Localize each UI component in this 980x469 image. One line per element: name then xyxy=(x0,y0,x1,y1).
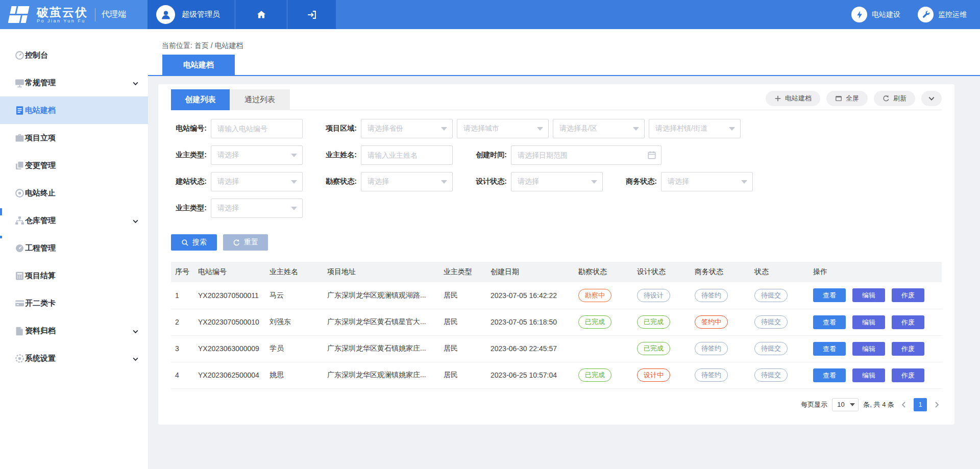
toolbar-more-button[interactable] xyxy=(921,91,942,106)
sidebar-item-系统设置[interactable]: 系统设置 xyxy=(0,344,148,372)
filter-row-2: 业主类型:请选择业主姓名:创建时间: xyxy=(171,145,942,165)
status-badge: 待签约 xyxy=(695,368,728,382)
sidebar-item-电站建档[interactable]: 电站建档 xyxy=(0,96,148,124)
status-badge: 待设计 xyxy=(637,289,670,302)
region-select-2[interactable]: 请选择城市 xyxy=(457,119,549,138)
edit-button[interactable]: 编辑 xyxy=(852,368,885,382)
row-actions: 查看编辑作废 xyxy=(809,362,942,388)
topnav-item-monitor[interactable]: 监控运维 xyxy=(918,7,967,22)
status-badge: 设计中 xyxy=(637,368,670,382)
survey-status-cell: 已完成 xyxy=(574,309,633,335)
table-row: 3YX2023063000009学员广东深圳龙华区黄石镇姚家庄...居民2023… xyxy=(171,335,942,362)
sidebar-item-电站终止[interactable]: 电站终止 xyxy=(0,179,148,207)
sidebar-item-工程管理[interactable]: 工程管理 xyxy=(0,234,148,262)
tab-created-list[interactable]: 创建列表 xyxy=(171,89,230,110)
owner-name-input[interactable] xyxy=(361,145,453,165)
design-status-select[interactable]: 请选择 xyxy=(511,172,603,191)
sidebar-item-项目结算[interactable]: 项目结算 xyxy=(0,262,148,289)
view-button[interactable]: 查看 xyxy=(813,342,846,356)
select-placeholder: 请选择城市 xyxy=(457,124,505,133)
toolbar-button-刷新[interactable]: 刷新 xyxy=(874,91,915,106)
view-button[interactable]: 查看 xyxy=(813,288,846,302)
sidebar-item-变更管理[interactable]: 变更管理 xyxy=(0,152,148,179)
view-button[interactable]: 查看 xyxy=(813,315,846,329)
row-index: 4 xyxy=(171,362,194,388)
settings-icon xyxy=(14,353,25,364)
region-select-3[interactable]: 请选择县/区 xyxy=(553,119,645,138)
sidebar-item-开二类卡[interactable]: 开二类卡 xyxy=(0,289,148,317)
reset-button[interactable]: 重置 xyxy=(223,234,268,251)
build-status-select[interactable]: 请选择 xyxy=(211,172,303,191)
region-select-1[interactable]: 请选择省份 xyxy=(361,119,453,138)
design-status-cell: 已完成 xyxy=(633,309,691,335)
select-placeholder: 请选择村镇/街道 xyxy=(649,124,714,133)
scrollbar-mark[interactable] xyxy=(0,208,2,215)
survey-status-cell xyxy=(574,335,633,362)
brand-portal-label: 代理端 xyxy=(102,9,126,20)
toolbar-button-电站建档[interactable]: 电站建档 xyxy=(766,91,820,106)
survey-status-select[interactable]: 请选择 xyxy=(361,172,453,191)
void-button[interactable]: 作废 xyxy=(892,342,924,356)
sidebar-item-资料归档[interactable]: 资料归档 xyxy=(0,317,148,344)
void-button[interactable]: 作废 xyxy=(892,315,924,329)
main-content: 当前位置: 首页 / 电站建档 电站建档 创建列表通过列表 电站建档全屏刷新 电… xyxy=(148,29,980,469)
lightning-icon xyxy=(851,7,867,22)
station-no-input-field[interactable] xyxy=(211,119,302,138)
view-button[interactable]: 查看 xyxy=(813,368,846,382)
prev-page-button[interactable] xyxy=(899,398,909,411)
table-row: 1YX2023070500011马云广东深圳龙华区观澜镇观湖路...居民2023… xyxy=(171,282,942,309)
region-select-4[interactable]: 请选择村镇/街道 xyxy=(649,119,741,138)
owner-type: 居民 xyxy=(439,362,486,388)
breadcrumb-bar: 当前位置: 首页 / 电站建档 电站建档 xyxy=(148,29,980,76)
owner-type-2-select[interactable]: 请选择 xyxy=(211,199,303,218)
next-page-button[interactable] xyxy=(932,398,942,411)
user-menu[interactable]: 超级管理员 xyxy=(148,0,235,29)
topnav-label: 监控运维 xyxy=(938,10,967,19)
edit-button[interactable]: 编辑 xyxy=(852,315,885,329)
owner-type: 居民 xyxy=(439,282,486,309)
status-badge: 待签约 xyxy=(695,342,728,355)
status-badge: 待签约 xyxy=(695,289,728,302)
station-no-input[interactable] xyxy=(211,119,303,138)
chevron-down-icon xyxy=(291,180,297,184)
edit-button[interactable]: 编辑 xyxy=(852,342,885,356)
page-number-1[interactable]: 1 xyxy=(914,398,927,411)
topnav-item-build[interactable]: 电站建设 xyxy=(851,7,900,22)
select-placeholder: 请选择 xyxy=(211,204,245,213)
select-placeholder: 请选择省份 xyxy=(361,124,409,133)
status-badge: 待提交 xyxy=(754,368,788,382)
edit-button[interactable]: 编辑 xyxy=(852,288,885,302)
row-index: 1 xyxy=(171,282,194,309)
owner-type-select[interactable]: 请选择 xyxy=(211,145,303,165)
chevron-down-icon xyxy=(291,207,297,210)
region-label: 项目区域: xyxy=(321,124,357,133)
business-status-select[interactable]: 请选择 xyxy=(661,172,753,191)
create-time-label: 创建时间: xyxy=(471,151,507,160)
status-status-cell: 待提交 xyxy=(750,362,809,388)
sidebar-item-label: 项目结算 xyxy=(25,271,56,281)
void-button[interactable]: 作废 xyxy=(892,368,924,382)
sidebar-item-项目立项[interactable]: 项目立项 xyxy=(0,124,148,152)
survey-status-cell: 勘察中 xyxy=(574,282,633,309)
chevron-down-icon xyxy=(132,217,139,224)
page-size-select[interactable]: 10 xyxy=(832,398,859,411)
create-time-input-field[interactable] xyxy=(511,146,661,164)
column-header-勘察状态: 勘察状态 xyxy=(574,262,633,282)
sidebar-item-常规管理[interactable]: 常规管理 xyxy=(0,69,148,96)
owner-name-input-field[interactable] xyxy=(361,146,452,164)
sidebar-item-控制台[interactable]: 控制台 xyxy=(0,41,148,69)
toolbar-button-全屏[interactable]: 全屏 xyxy=(826,91,868,106)
scrollbar-mark[interactable] xyxy=(0,236,2,238)
home-button[interactable] xyxy=(235,0,287,29)
chevron-down-icon xyxy=(537,127,543,131)
sidebar-item-仓库管理[interactable]: 仓库管理 xyxy=(0,207,148,234)
search-button[interactable]: 搜索 xyxy=(171,234,217,251)
filter-row-1: 电站编号:项目区域:请选择省份请选择城市请选择县/区请选择村镇/街道 xyxy=(171,119,942,138)
page-tab-station-archive[interactable]: 电站建档 xyxy=(162,55,235,75)
tab-passed-list[interactable]: 通过列表 xyxy=(230,89,290,110)
logout-button[interactable] xyxy=(287,0,336,29)
login-arrow-icon xyxy=(306,9,317,20)
void-button[interactable]: 作废 xyxy=(892,288,924,302)
create-time-input[interactable] xyxy=(511,145,662,165)
chevron-down-icon xyxy=(291,154,297,157)
